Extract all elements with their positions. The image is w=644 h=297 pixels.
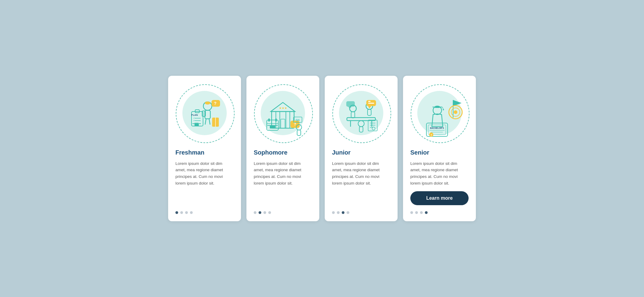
svg-rect-54 — [359, 127, 363, 132]
svg-rect-31 — [275, 118, 277, 122]
svg-rect-46 — [368, 101, 371, 102]
junior-svg — [332, 84, 390, 142]
svg-rect-39 — [297, 130, 301, 135]
sophomore-title: Sophomore — [254, 149, 287, 156]
dot-4[interactable] — [425, 211, 428, 214]
svg-point-69 — [454, 110, 457, 114]
svg-text:BACHELOR'S: BACHELOR'S — [430, 127, 444, 129]
junior-body: Lorem ipsum dolor sit dim amet, mea regi… — [332, 160, 390, 205]
junior-card: Junior Lorem ipsum dolor sit dim amet, m… — [325, 76, 398, 221]
svg-point-64 — [443, 109, 444, 110]
senior-illustration: BACHELOR'S ✦ — [410, 84, 469, 142]
freshman-title: Freshman — [175, 149, 205, 156]
junior-illustration — [332, 84, 390, 142]
svg-rect-30 — [268, 118, 270, 122]
svg-text:✓: ✓ — [193, 117, 195, 119]
svg-point-59 — [372, 127, 375, 130]
freshman-dots — [175, 211, 193, 214]
svg-text:✓: ✓ — [193, 119, 195, 122]
svg-rect-32 — [270, 125, 275, 128]
dot-3[interactable] — [263, 211, 266, 214]
svg-rect-43 — [368, 109, 371, 115]
freshman-body: Lorem ipsum dolor sit dim amet, mea regi… — [175, 160, 234, 205]
svg-point-53 — [358, 121, 364, 127]
dot-4[interactable] — [268, 211, 271, 214]
sophomore-body: Lorem ipsum dolor sit dim amet, mea regi… — [254, 160, 312, 205]
svg-rect-47 — [368, 103, 374, 104]
dot-2[interactable] — [180, 211, 183, 214]
dot-4[interactable] — [190, 211, 193, 214]
freshman-illustration: ? PLAN ✓ ✓ — [175, 84, 234, 142]
dot-3[interactable] — [185, 211, 188, 214]
dot-2[interactable] — [415, 211, 418, 214]
svg-line-4 — [205, 119, 206, 124]
freshman-svg: ? PLAN ✓ ✓ — [176, 84, 233, 142]
dot-1[interactable] — [175, 211, 178, 214]
senior-body: Lorem ipsum dolor sit dim amet, mea regi… — [410, 160, 469, 186]
senior-svg: BACHELOR'S ✦ — [411, 84, 468, 142]
svg-text:PLAN: PLAN — [191, 114, 198, 116]
learn-more-button[interactable]: Learn more — [410, 191, 469, 205]
dot-1[interactable] — [410, 211, 413, 214]
dot-1[interactable] — [254, 211, 256, 214]
svg-text:?: ? — [214, 101, 217, 106]
svg-text:✦: ✦ — [430, 134, 432, 136]
senior-card: BACHELOR'S ✦ Senior Lorem ipsum dolor si… — [403, 76, 476, 221]
sophomore-dots — [254, 211, 271, 214]
svg-text:QA: QA — [296, 118, 300, 122]
svg-point-1 — [205, 102, 210, 105]
dot-2[interactable] — [259, 211, 261, 214]
dot-3[interactable] — [342, 211, 344, 214]
dot-3[interactable] — [420, 211, 423, 214]
svg-marker-49 — [348, 107, 352, 108]
svg-rect-16 — [195, 124, 199, 126]
svg-line-63 — [442, 107, 443, 109]
sophomore-illustration: ★★★ ? QA — [254, 84, 312, 142]
sophomore-svg: ★★★ ? QA — [254, 84, 312, 142]
svg-text:★★★: ★★★ — [279, 106, 287, 110]
svg-rect-27 — [281, 119, 285, 128]
freshman-card: ? PLAN ✓ ✓ — [168, 76, 241, 221]
sophomore-card: ★★★ ? QA — [246, 76, 319, 221]
svg-line-5 — [209, 119, 210, 124]
svg-rect-55 — [368, 120, 377, 131]
junior-dots — [332, 211, 349, 214]
cards-container: ? PLAN ✓ ✓ — [168, 76, 476, 221]
svg-marker-45 — [368, 106, 371, 108]
svg-rect-48 — [346, 101, 355, 107]
junior-title: Junior — [332, 149, 351, 156]
svg-rect-41 — [351, 112, 355, 118]
dot-4[interactable] — [347, 211, 349, 214]
senior-title: Senior — [410, 149, 429, 156]
dot-1[interactable] — [332, 211, 335, 214]
dot-2[interactable] — [337, 211, 340, 214]
senior-dots — [410, 211, 428, 214]
